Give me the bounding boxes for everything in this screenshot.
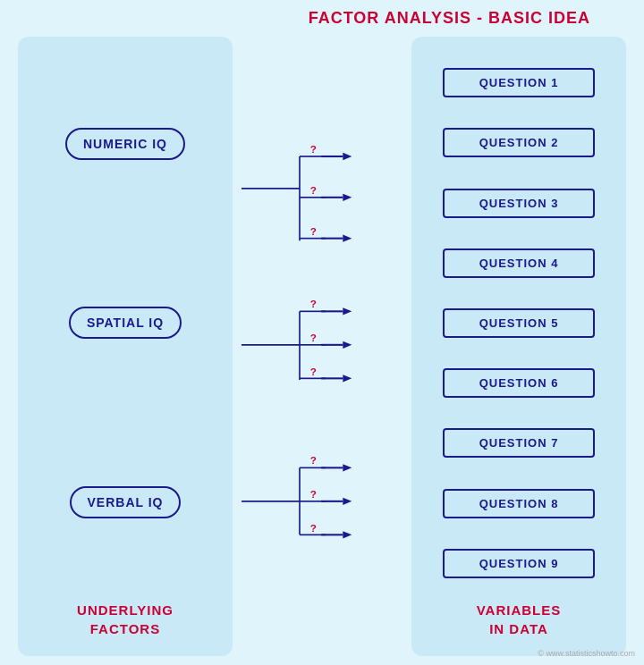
main-content: NUMERIC IQ SPATIAL IQ VERBAL IQ UNDERLYI… bbox=[18, 37, 626, 656]
right-label: VARIABLES IN DATA bbox=[477, 601, 562, 638]
question-4: QUESTION 4 bbox=[443, 248, 595, 278]
svg-marker-37 bbox=[343, 464, 352, 471]
page-container: FACTOR ANALYSIS - BASIC IDEA NUMERIC IQ … bbox=[0, 0, 644, 665]
svg-marker-9 bbox=[343, 153, 352, 160]
svg-text:?: ? bbox=[310, 184, 317, 196]
svg-text:?: ? bbox=[310, 522, 317, 534]
question-8: QUESTION 8 bbox=[443, 489, 595, 518]
factor-verbal: VERBAL IQ bbox=[70, 486, 182, 518]
left-panel: NUMERIC IQ SPATIAL IQ VERBAL IQ UNDERLYI… bbox=[18, 37, 233, 656]
question-3: QUESTION 3 bbox=[443, 189, 595, 218]
svg-marker-39 bbox=[343, 498, 352, 505]
diagram-svg: ? ? ? ? ? bbox=[233, 37, 411, 656]
svg-marker-41 bbox=[343, 531, 352, 538]
svg-marker-11 bbox=[343, 194, 352, 201]
question-9: QUESTION 9 bbox=[443, 549, 595, 578]
svg-text:?: ? bbox=[310, 298, 317, 309]
svg-text:?: ? bbox=[310, 143, 317, 155]
question-6: QUESTION 6 bbox=[443, 368, 595, 398]
questions-section: QUESTION 1 QUESTION 2 QUESTION 3 QUESTIO… bbox=[420, 55, 617, 592]
svg-marker-27 bbox=[343, 375, 352, 382]
right-panel: QUESTION 1 QUESTION 2 QUESTION 3 QUESTIO… bbox=[411, 37, 626, 656]
page-title: FACTOR ANALYSIS - BASIC IDEA bbox=[309, 9, 590, 28]
svg-marker-25 bbox=[343, 341, 352, 349]
question-1: QUESTION 1 bbox=[443, 68, 595, 97]
factor-numeric: NUMERIC IQ bbox=[65, 128, 185, 160]
svg-text:?: ? bbox=[310, 488, 317, 500]
left-label: UNDERLYING FACTORS bbox=[77, 601, 174, 638]
watermark: © www.statisticshowto.com bbox=[538, 649, 635, 658]
svg-marker-23 bbox=[343, 307, 352, 315]
svg-marker-13 bbox=[343, 235, 352, 242]
factor-spatial: SPATIAL IQ bbox=[69, 307, 182, 339]
factors-section: NUMERIC IQ SPATIAL IQ VERBAL IQ bbox=[27, 55, 224, 592]
diagram-area: ? ? ? ? ? bbox=[233, 37, 411, 656]
svg-text:?: ? bbox=[310, 225, 317, 237]
question-2: QUESTION 2 bbox=[443, 128, 595, 157]
question-5: QUESTION 5 bbox=[443, 308, 595, 338]
svg-text:?: ? bbox=[310, 454, 317, 466]
svg-text:?: ? bbox=[310, 332, 317, 343]
question-7: QUESTION 7 bbox=[443, 428, 595, 458]
svg-text:?: ? bbox=[310, 366, 317, 377]
